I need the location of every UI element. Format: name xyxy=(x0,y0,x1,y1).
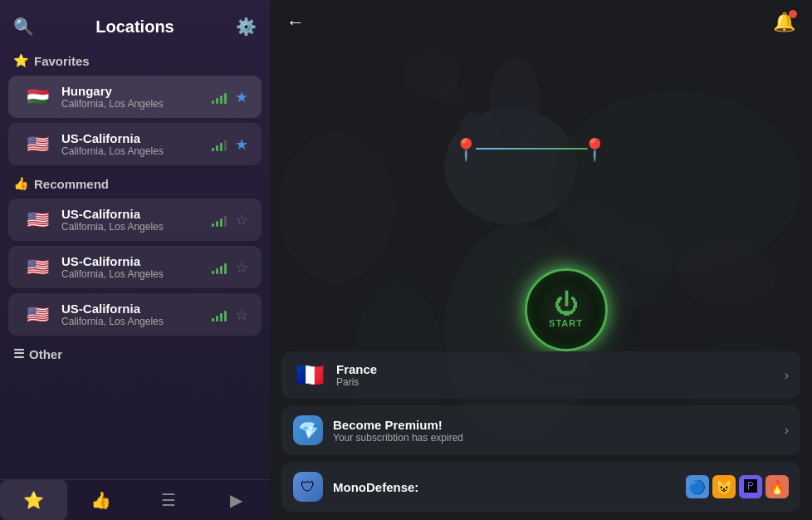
favorites-section-label: ⭐ Favorites xyxy=(0,45,270,73)
france-info: France Paris xyxy=(336,362,775,388)
power-label: START xyxy=(549,318,583,328)
location-item-hungary[interactable]: 🇭🇺 Hungary California, Los Angeles ★ xyxy=(8,76,262,118)
france-sub: Paris xyxy=(336,376,775,388)
rec3-info: US-California California, Los Angeles xyxy=(61,302,203,327)
app-icon-1: 🔵 xyxy=(686,475,709,498)
france-title: France xyxy=(336,362,775,376)
sidebar-header: 🔍 Locations ⚙️ xyxy=(0,0,270,45)
rec3-name: US-California xyxy=(61,302,203,316)
hungary-flag: 🇭🇺 xyxy=(22,86,53,109)
svg-point-6 xyxy=(278,133,394,282)
favorites-icon: ⭐ xyxy=(13,53,29,68)
recommend-section-label: 👍 Recommend xyxy=(0,168,270,196)
rec2-signal xyxy=(212,261,227,274)
favorites-label: Favorites xyxy=(34,54,90,68)
svg-point-10 xyxy=(548,204,623,262)
top-bar: ← 🔔 xyxy=(270,0,812,45)
connection-line xyxy=(476,148,588,150)
location-card[interactable]: 🇫🇷 France Paris › xyxy=(281,351,800,399)
rec3-star[interactable]: ☆ xyxy=(235,306,248,324)
premium-icon: 💎 xyxy=(293,415,323,445)
sidebar: 🔍 Locations ⚙️ ⭐ Favorites 🇭🇺 Hungary Ca… xyxy=(0,0,270,520)
settings-icon[interactable]: ⚙️ xyxy=(236,17,257,37)
rec2-info: US-California California, Los Angeles xyxy=(61,254,203,280)
hungary-name: Hungary xyxy=(61,84,203,98)
svg-point-3 xyxy=(490,58,540,141)
us-california-fav-sub: California, Los Angeles xyxy=(61,145,203,157)
nav-recommend[interactable]: 👍 xyxy=(67,480,135,520)
location-item-rec-2[interactable]: 🇺🇸 US-California California, Los Angeles… xyxy=(8,246,262,288)
app-icon-3: 🅿 xyxy=(739,475,762,498)
bottom-nav: ⭐ 👍 ☰ ▶ xyxy=(0,479,270,520)
nav-favorites[interactable]: ⭐ xyxy=(0,480,67,520)
recommend-icon: 👍 xyxy=(13,176,29,191)
location-item-us-california-fav[interactable]: 🇺🇸 US-California California, Los Angeles… xyxy=(8,123,262,165)
hungary-info: Hungary California, Los Angeles xyxy=(61,84,203,110)
other-icon: ☰ xyxy=(13,346,24,361)
svg-point-9 xyxy=(438,86,467,105)
power-icon: ⏻ xyxy=(554,292,579,316)
svg-point-11 xyxy=(610,224,668,307)
rec1-signal xyxy=(212,213,227,227)
premium-sub: Your subscribtion has expired xyxy=(333,432,775,444)
hungary-star[interactable]: ★ xyxy=(235,88,248,106)
notification-dot xyxy=(789,10,797,18)
nav-other[interactable]: ☰ xyxy=(135,480,203,520)
sidebar-title: Locations xyxy=(95,17,174,37)
monodefense-icon: 🛡 xyxy=(293,472,323,502)
rec2-flag: 🇺🇸 xyxy=(22,256,53,279)
hungary-signal xyxy=(212,91,227,104)
back-button[interactable]: ← xyxy=(286,12,305,33)
rec3-signal xyxy=(212,308,227,321)
power-button-container: ⏻ START xyxy=(525,268,608,351)
rec3-sub: California, Los Angeles xyxy=(61,316,203,327)
other-section-label: ☰ Other xyxy=(0,338,270,366)
rec2-star[interactable]: ☆ xyxy=(235,258,248,277)
rec1-star[interactable]: ☆ xyxy=(235,211,248,229)
rec1-flag: 🇺🇸 xyxy=(22,208,53,232)
rec3-flag: 🇺🇸 xyxy=(22,303,53,326)
us-california-fav-info: US-California California, Los Angeles xyxy=(61,131,203,157)
origin-marker: 📍 xyxy=(452,137,479,162)
destination-marker: 📍 xyxy=(581,137,608,163)
rec1-name: US-California xyxy=(61,207,203,221)
premium-card[interactable]: 💎 Become Premium! Your subscribtion has … xyxy=(281,405,800,455)
premium-info: Become Premium! Your subscribtion has ex… xyxy=(333,418,775,444)
premium-title: Become Premium! xyxy=(333,418,775,432)
location-item-rec-3[interactable]: 🇺🇸 US-California California, Los Angeles… xyxy=(8,293,262,336)
monodefense-card[interactable]: 🛡 MonoDefense: 🔵 😺 🅿 🔥 xyxy=(281,462,800,512)
rec2-sub: California, Los Angeles xyxy=(61,268,203,280)
hungary-sub: California, Los Angeles xyxy=(61,98,203,110)
svg-point-12 xyxy=(677,241,776,307)
app-icon-4: 🔥 xyxy=(766,475,789,498)
location-item-rec-1[interactable]: 🇺🇸 US-California California, Los Angeles… xyxy=(8,199,262,241)
marker-group: 📍 📍 xyxy=(452,137,479,163)
france-flag: 🇫🇷 xyxy=(293,361,326,389)
recommend-label: Recommend xyxy=(34,177,109,191)
notification-button[interactable]: 🔔 xyxy=(773,12,795,33)
nav-media[interactable]: ▶ xyxy=(203,480,270,520)
premium-arrow: › xyxy=(785,423,789,438)
rec1-sub: California, Los Angeles xyxy=(61,221,203,233)
us-california-fav-name: US-California xyxy=(61,131,203,145)
power-button[interactable]: ⏻ START xyxy=(525,268,608,351)
bottom-cards: 🇫🇷 France Paris › 💎 Become Premium! Your… xyxy=(270,343,812,520)
search-icon[interactable]: 🔍 xyxy=(13,17,34,37)
us-california-fav-flag: 🇺🇸 xyxy=(22,133,53,156)
us-california-fav-star[interactable]: ★ xyxy=(235,135,248,154)
rec1-info: US-California California, Los Angeles xyxy=(61,207,203,233)
monodefense-title: MonoDefense: xyxy=(333,480,676,494)
us-california-fav-signal xyxy=(212,138,227,151)
other-label: Other xyxy=(29,347,62,361)
monodefense-apps: 🔵 😺 🅿 🔥 xyxy=(686,475,789,498)
main-panel: ← 🔔 📍 📍 ⏻ START 🇫🇷 France Paris › xyxy=(270,0,812,520)
app-icon-2: 😺 xyxy=(712,475,736,498)
rec2-name: US-California xyxy=(61,254,203,268)
france-arrow: › xyxy=(785,368,789,383)
